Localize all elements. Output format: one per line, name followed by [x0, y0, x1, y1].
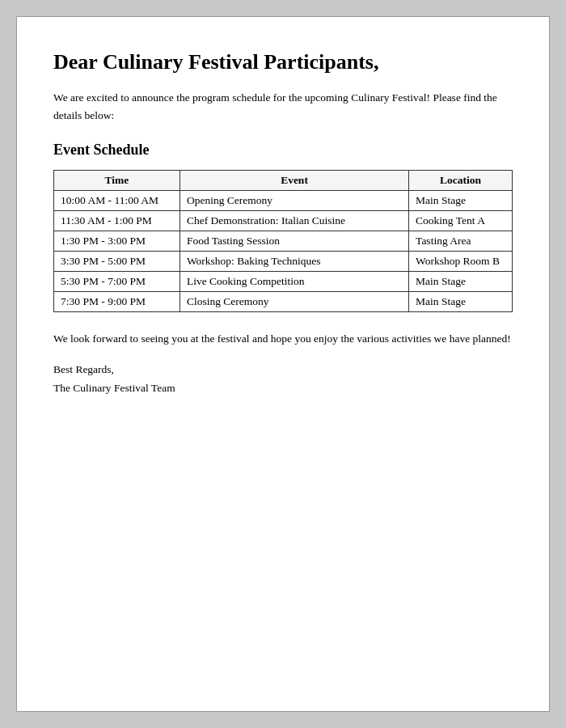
table-row: 1:30 PM - 3:00 PMFood Tasting SessionTas…	[54, 231, 513, 252]
table-cell-1-0: 11:30 AM - 1:00 PM	[54, 211, 180, 231]
table-cell-1-1: Chef Demonstration: Italian Cuisine	[180, 211, 408, 231]
table-cell-3-1: Workshop: Baking Techniques	[180, 252, 408, 272]
table-cell-5-0: 7:30 PM - 9:00 PM	[54, 292, 180, 312]
table-cell-4-1: Live Cooking Competition	[180, 272, 408, 292]
closing-paragraph: We look forward to seeing you at the fes…	[53, 330, 513, 348]
table-cell-4-2: Main Stage	[409, 272, 513, 292]
sign-off: Best Regards,	[53, 361, 513, 379]
table-cell-0-1: Opening Ceremony	[180, 191, 408, 211]
table-row: 10:00 AM - 11:00 AMOpening CeremonyMain …	[54, 191, 513, 211]
table-cell-2-1: Food Tasting Session	[180, 231, 408, 252]
table-row: 7:30 PM - 9:00 PMClosing CeremonyMain St…	[54, 292, 513, 312]
table-cell-0-2: Main Stage	[409, 191, 513, 211]
intro-paragraph: We are excited to announce the program s…	[53, 89, 513, 124]
signature-block: Best Regards, The Culinary Festival Team	[53, 361, 513, 398]
table-cell-1-2: Cooking Tent A	[409, 211, 513, 231]
greeting-heading: Dear Culinary Festival Participants,	[53, 49, 513, 74]
sender-name: The Culinary Festival Team	[53, 379, 513, 398]
table-cell-0-0: 10:00 AM - 11:00 AM	[54, 191, 180, 211]
section-title: Event Schedule	[53, 142, 513, 159]
table-cell-3-0: 3:30 PM - 5:00 PM	[54, 252, 180, 272]
table-cell-2-0: 1:30 PM - 3:00 PM	[54, 231, 180, 252]
table-row: 3:30 PM - 5:00 PMWorkshop: Baking Techni…	[54, 252, 513, 272]
schedule-table: Time Event Location 10:00 AM - 11:00 AMO…	[53, 170, 513, 312]
table-cell-3-2: Workshop Room B	[409, 252, 513, 272]
table-row: 5:30 PM - 7:00 PMLive Cooking Competitio…	[54, 272, 513, 292]
table-cell-5-1: Closing Ceremony	[180, 292, 408, 312]
letter-page: Dear Culinary Festival Participants, We …	[16, 16, 550, 712]
col-header-location: Location	[409, 171, 513, 191]
col-header-event: Event	[180, 171, 408, 191]
table-cell-2-2: Tasting Area	[409, 231, 513, 252]
table-row: 11:30 AM - 1:00 PMChef Demonstration: It…	[54, 211, 513, 231]
table-cell-4-0: 5:30 PM - 7:00 PM	[54, 272, 180, 292]
table-cell-5-2: Main Stage	[409, 292, 513, 312]
col-header-time: Time	[54, 171, 180, 191]
table-header-row: Time Event Location	[54, 171, 513, 191]
